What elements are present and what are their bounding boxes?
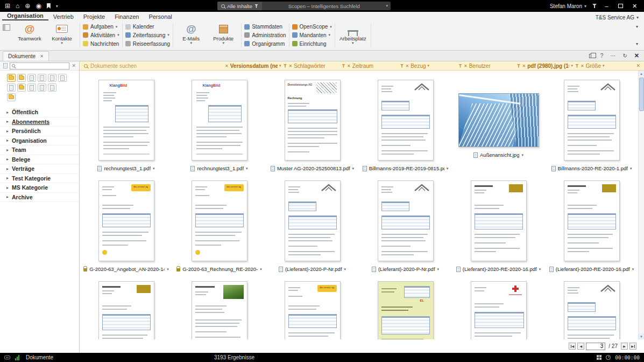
add-icon[interactable]: ⊕ xyxy=(25,3,30,9)
chevron-down-icon[interactable]: ▾ xyxy=(632,267,634,272)
user-menu[interactable]: Stefan Maron ▾ xyxy=(550,3,586,9)
document-thumbnail[interactable] xyxy=(98,281,154,339)
scrollbar-down-button[interactable]: ▼ xyxy=(639,333,644,339)
chevron-down-icon[interactable]: ▾ xyxy=(386,4,391,8)
close-button[interactable]: ✕ xyxy=(631,3,639,10)
ribbon-tab-organisation[interactable]: Organisation xyxy=(2,12,48,20)
maximize-button[interactable] xyxy=(617,3,625,9)
search-scope-selector[interactable]: Alle Inhalte xyxy=(217,2,262,10)
company-selector[interactable]: T&S Service AG ▾ xyxy=(596,15,644,20)
document-thumbnail[interactable] xyxy=(471,180,527,261)
archive-document-icon[interactable] xyxy=(7,83,16,92)
document-name[interactable]: rechnungtest3_1.pdf xyxy=(104,165,151,171)
document-name[interactable]: G-2020-63_Rechnung_RE-2020-85.... xyxy=(182,266,258,272)
scrollbar-up-button[interactable]: ▲ xyxy=(639,71,644,76)
sidebar-item-team[interactable]: ▸Team xyxy=(0,145,79,155)
ribbon-button-aktivitaten[interactable]: Aktivitäten▾ xyxy=(83,31,119,39)
chevron-down-icon[interactable]: ▾ xyxy=(352,166,355,171)
ribbon-button-stammdaten[interactable]: Stammdaten xyxy=(244,23,282,31)
bookmark-icon[interactable] xyxy=(47,3,51,9)
filter-bezug[interactable]: ✕Bezug▾ xyxy=(399,63,458,69)
document-name[interactable]: (Lieferant)-2020-RE-2020-16.pdf xyxy=(556,266,630,272)
minimize-button[interactable]: – xyxy=(603,3,611,9)
document-name[interactable]: (Lieferant)-2020-P-Nr.pdf xyxy=(378,266,435,272)
filter-versionsdatum-neuest[interactable]: ✕Versionsdatum (neuest...▾ xyxy=(224,63,282,69)
apps-grid-icon[interactable]: ⊞ xyxy=(5,3,10,9)
ribbon-button-organigramm[interactable]: Organigramm xyxy=(244,40,285,48)
ribbon-button-arbeitsplatz[interactable]: Arbeitsplatz▾ xyxy=(338,22,368,45)
ribbon-button-nachrichten[interactable]: Nachrichten xyxy=(83,40,119,48)
filter-schlagworter[interactable]: ✕Schlagwörter xyxy=(282,63,341,69)
remove-filter-icon[interactable]: ✕ xyxy=(225,64,229,68)
last-page-button[interactable]: ▶ xyxy=(629,343,636,350)
document-thumbnail[interactable]: KlangBild xyxy=(98,80,154,161)
chevron-down-icon[interactable]: ▾ xyxy=(636,24,638,29)
document-thumbnail[interactable]: t&s service ag xyxy=(285,281,341,339)
document-thumbnail[interactable] xyxy=(564,80,620,161)
document-thumbnail[interactable] xyxy=(564,180,620,261)
ribbon-button-einrichtung[interactable]: Einrichtung xyxy=(292,40,327,48)
chevron-down-icon[interactable]: ▾ xyxy=(539,267,541,272)
sidebar-item-ms-kategorie[interactable]: ▸MS Kategorie xyxy=(0,183,79,193)
remove-filter-icon[interactable]: ✕ xyxy=(581,64,584,68)
sidebar-item-personlich[interactable]: ▸Persönlich xyxy=(0,127,79,136)
refresh-icon[interactable]: ↻ xyxy=(622,53,627,59)
chevron-down-icon[interactable]: ▾ xyxy=(636,41,638,46)
ribbon-button-reiseerfassung[interactable]: Reiseerfassung xyxy=(125,40,170,48)
new-document-icon[interactable] xyxy=(58,74,67,82)
clear-search-icon[interactable]: ✕ xyxy=(72,63,76,68)
scopevisio-logo-icon[interactable]: ◉ xyxy=(36,3,41,9)
document-name[interactable]: Außenansicht.jpg xyxy=(480,152,519,158)
prev-page-button[interactable]: ◀ xyxy=(577,343,584,350)
close-tab-icon[interactable]: ✕ xyxy=(40,54,44,59)
first-page-button[interactable]: ◀ xyxy=(569,343,576,350)
document-thumbnail[interactable] xyxy=(285,180,341,261)
filter-zeitraum[interactable]: ✕Zeitraum xyxy=(341,63,399,69)
duplicate-icon[interactable] xyxy=(589,54,593,58)
page-input[interactable] xyxy=(586,343,605,350)
more-icon[interactable]: ⋯ xyxy=(610,53,615,59)
sidebar-item-organisation[interactable]: ▸Organisation xyxy=(0,136,79,146)
ribbon-button-aufgaben[interactable]: Aufgaben▾ xyxy=(83,23,117,31)
preview-document-icon[interactable] xyxy=(48,74,56,82)
home-icon[interactable]: ⌂ xyxy=(16,3,19,9)
document-thumbnail[interactable] xyxy=(378,80,434,161)
ribbon-tab-vertrieb[interactable]: Vertrieb xyxy=(48,13,79,20)
filter-benutzer[interactable]: ✕Benutzer xyxy=(457,63,516,69)
template-document-icon[interactable] xyxy=(27,83,36,92)
global-search-input[interactable] xyxy=(262,3,386,9)
new-folder-icon[interactable] xyxy=(7,74,16,82)
ribbon-button-kontakte[interactable]: Kontakte▾ xyxy=(47,22,77,45)
document-thumbnail[interactable] xyxy=(378,180,434,261)
ribbon-button-kalender[interactable]: Kalender xyxy=(125,23,154,31)
chevron-down-icon[interactable]: ▾ xyxy=(447,166,449,171)
document-name[interactable]: Billmanns-2020-RE-2020-1.pdf xyxy=(558,165,628,171)
document-thumbnail[interactable]: Dienstleistungs AGRechnung xyxy=(285,80,341,161)
chevron-down-icon[interactable]: ▾ xyxy=(153,166,155,171)
ribbon-button-e-mails[interactable]: @E-Mails▾ xyxy=(176,22,206,45)
shared-folder-icon[interactable] xyxy=(17,83,26,92)
filter-grosse[interactable]: ✕Größe▾ xyxy=(574,63,633,69)
panel-icon[interactable] xyxy=(3,24,10,31)
vertical-scrollbar[interactable]: ▲ ▼ xyxy=(638,71,644,339)
ribbon-button-teamwork[interactable]: @Teamwork xyxy=(15,22,45,41)
chevron-down-icon[interactable]: ▾ xyxy=(437,267,440,272)
ribbon-button-mandanten[interactable]: Mandanten▾ xyxy=(292,31,331,39)
help-icon[interactable]: ? xyxy=(600,53,604,59)
filter-icon[interactable] xyxy=(592,4,597,8)
timer-icon[interactable] xyxy=(606,355,611,360)
chevron-down-icon[interactable]: ▾ xyxy=(630,166,632,171)
ribbon-tab-finanzen[interactable]: Finanzen xyxy=(110,13,144,20)
chevron-down-icon[interactable]: ▾ xyxy=(167,267,169,272)
document-thumbnail[interactable] xyxy=(458,93,539,147)
chevron-down-icon[interactable]: ▾ xyxy=(260,267,262,272)
next-page-button[interactable]: ▶ xyxy=(621,343,628,350)
ribbon-button-zeiterfassung[interactable]: Zeiterfassung▾ xyxy=(125,31,169,39)
sidebar-item-vertrage[interactable]: ▸Verträge xyxy=(0,164,79,174)
photo-folder-icon[interactable] xyxy=(17,74,26,82)
document-thumbnail[interactable]: t&s service ag xyxy=(192,180,247,261)
sidebar-item-belege[interactable]: ▸Belege xyxy=(0,155,79,165)
remove-filter-icon[interactable]: ✕ xyxy=(289,64,293,68)
ribbon-tab-projekte[interactable]: Projekte xyxy=(79,13,110,20)
ribbon-button-openscope[interactable]: OpenScope▾ xyxy=(292,23,332,31)
